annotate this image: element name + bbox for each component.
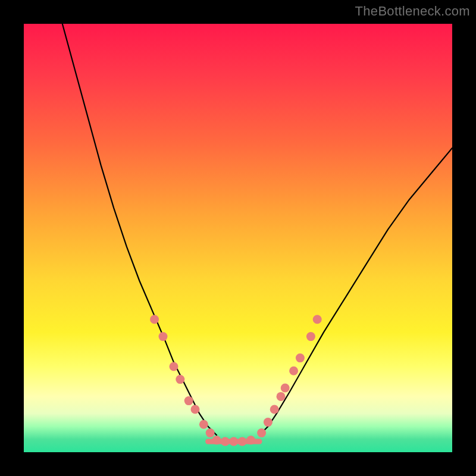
dot-right-dots <box>281 384 290 393</box>
dot-right-dots <box>257 428 266 437</box>
dot-left-dots <box>184 396 193 405</box>
dot-flat-dots <box>229 437 238 446</box>
dot-right-dots <box>264 418 273 427</box>
watermark-text: TheBottleneck.com <box>355 4 470 19</box>
dot-right-dots <box>306 332 315 341</box>
chart-svg <box>24 24 452 452</box>
dot-flat-dots <box>221 437 230 446</box>
frame: TheBottleneck.com <box>0 0 476 476</box>
dot-left-dots <box>191 405 200 414</box>
dot-left-dots <box>176 375 184 384</box>
line-layer <box>62 24 452 441</box>
series-right-curve <box>259 148 452 435</box>
dot-left-dots <box>199 420 208 429</box>
dot-left-dots <box>150 315 159 324</box>
plot-area <box>24 24 452 452</box>
dot-right-dots <box>313 315 322 324</box>
dot-left-dots <box>159 332 168 341</box>
dot-flat-dots <box>238 437 247 446</box>
dot-left-dots <box>206 428 215 437</box>
dot-right-dots <box>289 367 298 375</box>
dot-right-dots <box>296 353 305 362</box>
dot-flat-dots <box>246 436 255 444</box>
dot-right-dots <box>277 392 286 401</box>
dot-flat-dots <box>212 436 221 444</box>
dot-left-dots <box>170 362 178 371</box>
dot-right-dots <box>270 405 279 414</box>
series-left-curve <box>62 24 217 435</box>
